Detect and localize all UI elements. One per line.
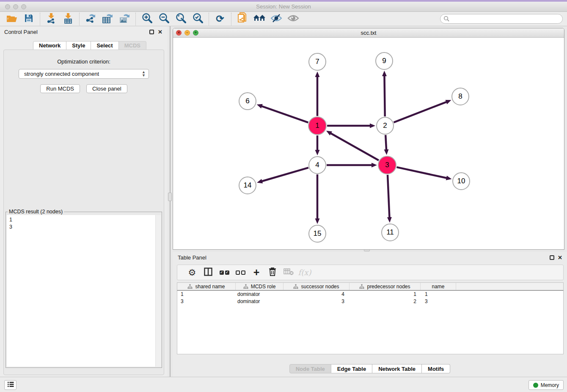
tab-mcds[interactable]: MCDS bbox=[119, 41, 146, 50]
optimization-criterion-select[interactable]: strongly connected component ▲▼ bbox=[19, 69, 149, 79]
save-icon bbox=[24, 14, 33, 25]
export-network-button[interactable] bbox=[82, 13, 99, 25]
column-header-mcds-role[interactable]: MCDS role bbox=[236, 283, 284, 290]
import-network-button[interactable] bbox=[43, 13, 60, 25]
graph-edge[interactable] bbox=[261, 106, 308, 122]
tab-motifs[interactable]: Motifs bbox=[422, 364, 450, 373]
tab-network[interactable]: Network bbox=[33, 41, 66, 50]
graph-edge[interactable] bbox=[396, 167, 447, 178]
column-header-name[interactable]: name bbox=[421, 283, 456, 290]
unselect-all-button[interactable] bbox=[232, 266, 248, 279]
task-list-icon bbox=[7, 381, 14, 389]
tab-style[interactable]: Style bbox=[66, 41, 91, 50]
run-mcds-button[interactable]: Run MCDS bbox=[40, 84, 80, 93]
duplicate-network-icon bbox=[237, 12, 248, 25]
graph-node-7[interactable]: 7 bbox=[308, 53, 326, 71]
first-neighbors-button[interactable] bbox=[251, 13, 268, 25]
hide-panels-button[interactable] bbox=[268, 13, 285, 25]
delete-column-button[interactable] bbox=[264, 266, 281, 279]
tab-network-table[interactable]: Network Table bbox=[372, 364, 422, 373]
zoom-selected-button[interactable] bbox=[189, 13, 206, 25]
tab-select[interactable]: Select bbox=[91, 41, 118, 50]
table-cell[interactable]: 3 bbox=[284, 298, 350, 305]
table-cell[interactable]: dominator bbox=[236, 298, 284, 305]
graph-edge[interactable] bbox=[388, 175, 389, 218]
select-all-button[interactable]: ✓✓ bbox=[216, 266, 232, 279]
table-cell[interactable]: 1 bbox=[421, 291, 456, 298]
graph-edge[interactable] bbox=[394, 102, 447, 122]
column-header-successor-nodes[interactable]: successor nodes bbox=[284, 283, 350, 290]
attribute-icon bbox=[293, 284, 298, 289]
graph-node-11[interactable]: 11 bbox=[381, 224, 399, 241]
show-panels-button[interactable] bbox=[285, 13, 302, 25]
tab-edge-table[interactable]: Edge Table bbox=[331, 364, 372, 373]
result-scrollbar[interactable] bbox=[155, 215, 161, 367]
column-header-filler bbox=[456, 283, 563, 290]
duplicate-network-button[interactable] bbox=[234, 13, 251, 25]
zoom-fit-button[interactable] bbox=[172, 13, 189, 25]
graph-node-9[interactable]: 9 bbox=[375, 52, 393, 70]
network-window-titlebar[interactable]: ✕ − + scc.txt bbox=[173, 28, 564, 38]
show-task-history-button[interactable] bbox=[4, 380, 17, 390]
table-cell[interactable]: 4 bbox=[284, 291, 350, 298]
table-panel-header: Table Panel ✕ bbox=[173, 252, 567, 263]
export-table-button[interactable] bbox=[99, 13, 116, 25]
export-image-button[interactable] bbox=[116, 13, 133, 25]
delete-table-button[interactable] bbox=[281, 266, 297, 279]
float-table-panel-icon[interactable] bbox=[550, 255, 554, 260]
graph-edge[interactable] bbox=[385, 135, 386, 150]
vertical-splitter[interactable] bbox=[170, 26, 171, 377]
graph-node-2[interactable]: 2 bbox=[376, 117, 394, 135]
table-cell[interactable]: 2 bbox=[350, 298, 421, 305]
import-table-icon bbox=[63, 13, 73, 25]
table-cell[interactable]: 1 bbox=[350, 291, 421, 298]
graph-node-6[interactable]: 6 bbox=[239, 92, 256, 110]
close-panel-icon[interactable]: ✕ bbox=[158, 30, 162, 34]
column-header-predecessor-nodes[interactable]: predecessor nodes bbox=[350, 283, 421, 290]
column-header-shared-name[interactable]: shared name bbox=[177, 283, 236, 290]
graph-edge[interactable] bbox=[261, 168, 308, 181]
network-canvas[interactable]: 7968124314101511 bbox=[173, 38, 564, 249]
graph-node-8[interactable]: 8 bbox=[451, 88, 469, 105]
graph-node-10[interactable]: 10 bbox=[452, 172, 470, 190]
graph-node-4[interactable]: 4 bbox=[308, 156, 326, 174]
apply-style-button[interactable]: ⟳ bbox=[212, 13, 228, 25]
graph-node-1[interactable]: 1 bbox=[308, 116, 327, 135]
window-titlebar: Session: New Session bbox=[0, 2, 567, 12]
table-cell[interactable]: 1 bbox=[177, 291, 236, 298]
graph-node-14[interactable]: 14 bbox=[239, 177, 256, 194]
graph-node-3[interactable]: 3 bbox=[378, 156, 396, 174]
open-file-button[interactable] bbox=[3, 13, 20, 25]
zoom-in-button[interactable] bbox=[138, 13, 155, 25]
zoom-out-button[interactable] bbox=[155, 13, 172, 25]
table-cell[interactable]: 3 bbox=[177, 298, 236, 305]
open-folder-icon bbox=[6, 14, 17, 25]
table-cell[interactable]: 3 bbox=[421, 298, 456, 305]
table-cell[interactable]: dominator bbox=[236, 291, 284, 298]
table-settings-button[interactable]: ⚙ bbox=[184, 266, 200, 279]
search-input[interactable] bbox=[440, 14, 563, 24]
graph-node-15[interactable]: 15 bbox=[308, 225, 326, 243]
memory-button[interactable]: Memory bbox=[528, 380, 564, 390]
tab-node-table[interactable]: Node Table bbox=[289, 364, 331, 373]
graph-edge[interactable] bbox=[384, 75, 385, 116]
toolbar-separator bbox=[209, 13, 209, 25]
mcds-result-box[interactable]: 1 3 bbox=[7, 215, 161, 367]
show-columns-button[interactable] bbox=[200, 266, 216, 279]
vertical-splitter-handle[interactable] bbox=[168, 193, 172, 201]
node-table-header: shared name MCDS role successor nodes pr… bbox=[177, 282, 564, 291]
import-table-button[interactable] bbox=[60, 13, 77, 25]
table-row[interactable]: 3dominator323 bbox=[177, 298, 563, 305]
graph-edge[interactable] bbox=[330, 133, 378, 160]
edge-arrowhead bbox=[315, 218, 320, 224]
node-table-body[interactable]: 1dominator4113dominator323 bbox=[177, 291, 564, 354]
close-table-panel-icon[interactable]: ✕ bbox=[558, 255, 562, 260]
function-builder-button[interactable]: f(x) bbox=[297, 266, 313, 279]
float-panel-icon[interactable] bbox=[149, 30, 154, 34]
table-row[interactable]: 1dominator411 bbox=[177, 291, 563, 298]
save-session-button[interactable] bbox=[20, 13, 37, 25]
close-panel-button[interactable]: Close panel bbox=[86, 84, 127, 93]
create-column-button[interactable]: + bbox=[248, 266, 264, 279]
mcds-panel: Optimization criterion: strongly connect… bbox=[3, 50, 164, 375]
zoom-in-icon bbox=[142, 13, 152, 25]
